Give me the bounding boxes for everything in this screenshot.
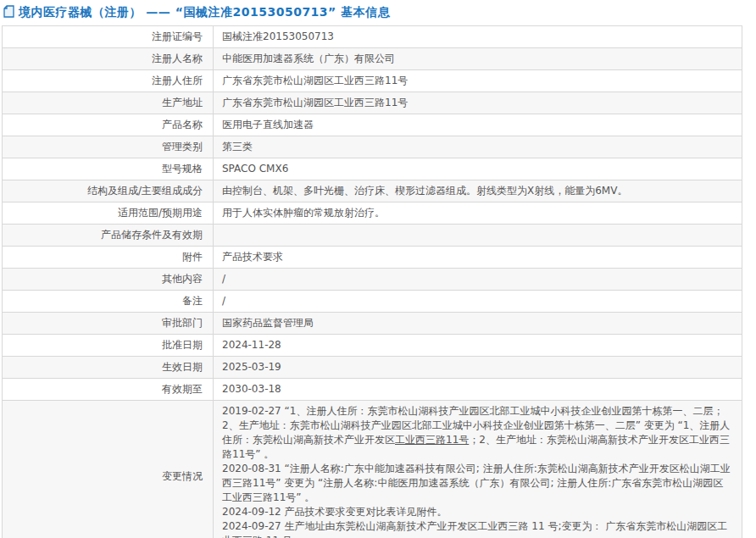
change-entry-text: 2024-09-12 产品技术要求变更对比表详见附件。 xyxy=(222,506,447,518)
change-entry-text: 2020-08-31 “注册人名称:广东中能加速器科技有限公司; 注册人住所:东… xyxy=(222,463,731,503)
change-history-cell: 2019-02-27 “1、注册人住所：东莞市松山湖科技产业园区北部工业城中小科… xyxy=(214,401,742,538)
row-value: / xyxy=(214,269,742,291)
table-row: 管理类别第三类 xyxy=(3,136,742,158)
table-row: 有效期至2030-03-18 xyxy=(3,379,742,401)
page-title-text: 境内医疗器械（注册） —— “国械注准20153050713” 基本信息 xyxy=(19,5,390,20)
table-row: 产品储存条件及有效期 xyxy=(3,225,742,247)
info-table-body: 注册证编号国械注准20153050713注册人名称中能医用加速器系统（广东）有限… xyxy=(3,26,742,538)
row-value xyxy=(214,225,742,247)
table-row: 注册人住所广东省东莞市松山湖园区工业西三路11号 xyxy=(3,70,742,92)
row-value: 由控制台、机架、多叶光栅、治疗床、楔形过滤器组成。射线类型为X射线，能量为6MV… xyxy=(214,180,742,202)
row-label: 批准日期 xyxy=(3,335,214,357)
table-row: 生效日期2025-03-19 xyxy=(3,357,742,379)
table-row: 注册证编号国械注准20153050713 xyxy=(3,26,742,48)
table-row: 适用范围/预期用途用于人体实体肿瘤的常规放射治疗。 xyxy=(3,202,742,225)
row-label: 生效日期 xyxy=(3,357,214,379)
row-label: 注册证编号 xyxy=(3,26,214,48)
table-row: 结构及组成/主要组成成分由控制台、机架、多叶光栅、治疗床、楔形过滤器组成。射线类… xyxy=(3,180,742,202)
row-label: 其他内容 xyxy=(3,269,214,291)
row-value: 产品技术要求 xyxy=(214,247,742,269)
row-label: 型号规格 xyxy=(3,158,214,180)
row-value: 医用电子直线加速器 xyxy=(214,114,742,136)
row-label: 审批部门 xyxy=(3,313,214,335)
change-entry: 2024-09-27 生产地址由东莞松山湖高新技术产业开发区工业西三路 11 号… xyxy=(222,519,733,538)
row-value: 第三类 xyxy=(214,136,742,158)
row-value: 2024-11-28 xyxy=(214,335,742,357)
page-title: 境内医疗器械（注册） —— “国械注准20153050713” 基本信息 xyxy=(0,0,756,22)
table-row-change: 变更情况2019-02-27 “1、注册人住所：东莞市松山湖科技产业园区北部工业… xyxy=(3,401,742,538)
change-entry-text: 工业西三路11号 xyxy=(395,434,469,446)
table-row: 生产地址广东省东莞市松山湖园区工业西三路11号 xyxy=(3,92,742,114)
table-row: 审批部门国家药品监督管理局 xyxy=(3,313,742,335)
row-value: 2030-03-18 xyxy=(214,379,742,401)
row-value: 2025-03-19 xyxy=(214,357,742,379)
row-label: 管理类别 xyxy=(3,136,214,158)
info-table: 注册证编号国械注准20153050713注册人名称中能医用加速器系统（广东）有限… xyxy=(2,25,742,538)
row-label: 生产地址 xyxy=(3,92,214,114)
row-label: 变更情况 xyxy=(3,401,214,538)
row-label: 注册人名称 xyxy=(3,48,214,70)
row-label: 有效期至 xyxy=(3,379,214,401)
row-label: 适用范围/预期用途 xyxy=(3,202,214,225)
table-row: 备注/ xyxy=(3,291,742,313)
table-row: 批准日期2024-11-28 xyxy=(3,335,742,357)
table-row: 注册人名称中能医用加速器系统（广东）有限公司 xyxy=(3,48,742,70)
change-entry-text: 2024-09-27 生产地址由东莞松山湖高新技术产业开发区工业西三路 11 号… xyxy=(222,520,727,538)
row-label: 注册人住所 xyxy=(3,70,214,92)
row-label: 附件 xyxy=(3,247,214,269)
row-value: 中能医用加速器系统（广东）有限公司 xyxy=(214,48,742,70)
row-label: 结构及组成/主要组成成分 xyxy=(3,180,214,202)
document-icon xyxy=(3,5,14,20)
row-label: 产品名称 xyxy=(3,114,214,136)
row-value: 广东省东莞市松山湖园区工业西三路11号 xyxy=(214,92,742,114)
table-row: 型号规格SPACO CMX6 xyxy=(3,158,742,180)
row-value: 国械注准20153050713 xyxy=(214,26,742,48)
change-entry: 2019-02-27 “1、注册人住所：东莞市松山湖科技产业园区北部工业城中小科… xyxy=(222,404,733,462)
table-row: 产品名称医用电子直线加速器 xyxy=(3,114,742,136)
row-label: 产品储存条件及有效期 xyxy=(3,225,214,247)
table-row: 附件产品技术要求 xyxy=(3,247,742,269)
change-entry: 2024-09-12 产品技术要求变更对比表详见附件。 xyxy=(222,505,733,519)
row-label: 备注 xyxy=(3,291,214,313)
row-value: / xyxy=(214,291,742,313)
change-entry: 2020-08-31 “注册人名称:广东中能加速器科技有限公司; 注册人住所:东… xyxy=(222,462,733,505)
table-row: 其他内容/ xyxy=(3,269,742,291)
row-value: SPACO CMX6 xyxy=(214,158,742,180)
row-value: 广东省东莞市松山湖园区工业西三路11号 xyxy=(214,70,742,92)
row-value: 国家药品监督管理局 xyxy=(214,313,742,335)
row-value: 用于人体实体肿瘤的常规放射治疗。 xyxy=(214,202,742,225)
